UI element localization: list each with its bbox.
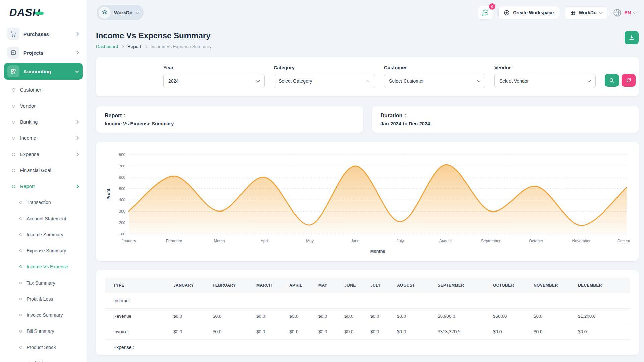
vendor-label: Vendor	[494, 65, 596, 70]
workspace-menu-button[interactable]: WorkDo	[565, 6, 607, 19]
workspace-logo-icon	[99, 7, 111, 19]
sidebar-item-financial-goal[interactable]: Financial Goal	[4, 162, 83, 178]
svg-text:Profit: Profit	[106, 188, 111, 199]
sidebar-item-expense[interactable]: Expense	[4, 146, 83, 162]
breadcrumb-report[interactable]: Report	[127, 44, 141, 49]
category-select[interactable]: Select Category	[274, 74, 375, 88]
sidebar-item-label: Banking	[20, 119, 71, 125]
customer-select-value: Select Customer	[389, 78, 424, 84]
category-label: Category	[274, 65, 375, 70]
sidebar-item-expense-summary[interactable]: Expense Summary	[4, 243, 83, 259]
svg-text:September: September	[481, 239, 501, 243]
workspace-name: WorkDo	[114, 10, 132, 15]
sidebar-item-label: Financial Goal	[20, 168, 78, 173]
svg-text:October: October	[529, 239, 543, 243]
value-cell: $0.0	[209, 309, 253, 324]
workspace-switcher[interactable]: WorkDo	[97, 5, 144, 20]
sidebar-item-report[interactable]: Report	[4, 178, 83, 194]
value-cell: $0.0	[253, 309, 286, 324]
sidebar-item-purchases[interactable]: Purchases	[4, 25, 83, 42]
sidebar-item-label: Vendor	[20, 103, 78, 109]
section-label: Income :	[105, 293, 630, 309]
reset-filter-button[interactable]	[622, 74, 636, 87]
sidebar-item-income[interactable]: Income	[4, 130, 83, 146]
create-workspace-button[interactable]: Create Workspace	[498, 6, 559, 19]
value-cell: $0.0	[286, 309, 315, 324]
sidebar: DASH Purchases Projects	[0, 0, 87, 362]
sidebar-item-income-summary[interactable]: Income Summary	[4, 227, 83, 243]
cart-icon	[7, 28, 19, 40]
table-header-row: TYPEJANUARYFEBRUARYMARCHAPRILMAYJUNEJULY…	[105, 278, 630, 293]
bullet-icon	[19, 346, 22, 349]
apply-filter-button[interactable]	[605, 74, 619, 87]
vendor-select[interactable]: Select Vendor	[494, 74, 596, 88]
svg-text:January: January	[122, 239, 136, 243]
table-section-row: Income :	[105, 293, 630, 309]
bullet-icon	[12, 169, 15, 172]
chevron-down-icon	[257, 79, 260, 82]
messages-badge: 0	[489, 3, 495, 10]
sidebar-item-cash-flow[interactable]: Cash Flow	[4, 355, 83, 362]
table-card: TYPEJANUARYFEBRUARYMARCHAPRILMAYJUNEJULY…	[96, 270, 639, 355]
section-label: Expense :	[105, 340, 630, 355]
language-code: EN	[625, 10, 631, 15]
sidebar-item-banking[interactable]: Banking	[4, 114, 83, 130]
svg-text:200: 200	[119, 221, 125, 225]
sidebar-item-transaction[interactable]: Transaction	[4, 194, 83, 210]
sidebar-item-tax-summary[interactable]: Tax Summary	[4, 275, 83, 291]
column-header-november: NOVEMBER	[530, 278, 575, 293]
year-select[interactable]: 2024	[163, 74, 265, 88]
value-cell: $0.0	[170, 309, 209, 324]
column-header-october: OCTOBER	[490, 278, 530, 293]
filter-customer: Customer Select Customer	[384, 65, 485, 88]
messages-button[interactable]: 0	[478, 6, 493, 20]
type-cell: Revenue	[105, 309, 170, 324]
brand-mark	[35, 12, 44, 15]
breadcrumb-dashboard[interactable]: Dashboard	[96, 44, 118, 49]
sidebar-item-label: Projects	[23, 50, 72, 56]
year-label: Year	[163, 65, 265, 70]
sidebar-item-invoice-summary[interactable]: Invoice Summary	[4, 307, 83, 323]
sidebar-item-bill-summary[interactable]: Bill Summary	[4, 323, 83, 339]
report-card-value: Income Vs Expense Summary	[105, 121, 354, 126]
sidebar-item-profit-loss[interactable]: Profit & Loss	[4, 291, 83, 307]
bullet-icon	[19, 217, 22, 220]
search-icon	[609, 78, 614, 83]
value-cell: $313,320.5	[434, 324, 490, 340]
svg-text:August: August	[439, 239, 452, 243]
bullet-icon	[19, 314, 22, 316]
sidebar-item-projects[interactable]: Projects	[4, 44, 83, 61]
sidebar-item-account-statement[interactable]: Account Statement	[4, 210, 83, 227]
svg-text:600: 600	[119, 175, 125, 179]
customer-label: Customer	[384, 65, 485, 70]
layout-grid-icon	[570, 10, 576, 16]
summary-table: TYPEJANUARYFEBRUARYMARCHAPRILMAYJUNEJULY…	[105, 278, 630, 355]
customer-select[interactable]: Select Customer	[384, 74, 485, 88]
download-button[interactable]	[625, 31, 639, 44]
year-select-value: 2024	[168, 78, 179, 84]
filter-category: Category Select Category	[274, 65, 375, 88]
chat-icon	[482, 9, 489, 16]
svg-text:May: May	[306, 239, 314, 243]
svg-text:November: November	[572, 239, 590, 243]
chevron-right-icon	[75, 51, 79, 54]
sidebar-item-customer[interactable]: Customer	[4, 82, 83, 98]
value-cell: $500.0	[490, 309, 530, 324]
sidebar-item-vendor[interactable]: Vendor	[4, 98, 83, 114]
value-cell: $0.0	[209, 324, 253, 340]
chevron-right-icon	[75, 136, 79, 140]
chevron-right-icon	[75, 184, 79, 188]
summary-cards: Report : Income Vs Expense Summary Durat…	[96, 106, 639, 133]
brand-logo[interactable]: DASH	[4, 0, 83, 25]
chevron-down-icon	[136, 10, 139, 14]
sidebar-item-product-stock[interactable]: Product Stock	[4, 339, 83, 355]
sidebar-item-income-vs-expense[interactable]: Income Vs Expense	[4, 259, 83, 275]
sidebar-nav: Purchases Projects Accounting CustomerVe…	[4, 25, 83, 362]
chevron-right-icon	[75, 120, 79, 124]
language-selector[interactable]: EN	[613, 8, 636, 17]
chevron-right-icon	[144, 45, 147, 48]
chevron-right-icon	[75, 32, 79, 36]
sidebar-item-label: Report	[20, 184, 71, 189]
sidebar-item-accounting[interactable]: Accounting	[4, 63, 83, 80]
svg-text:300: 300	[119, 209, 125, 213]
